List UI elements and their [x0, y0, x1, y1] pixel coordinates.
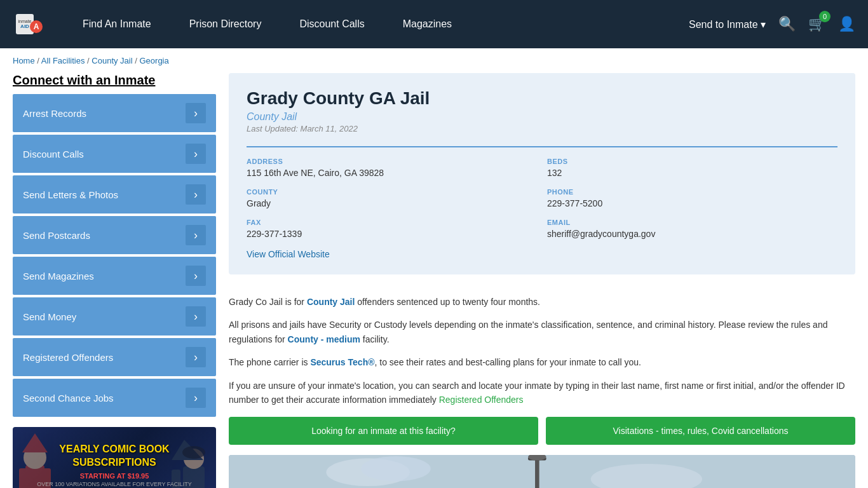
sidebar-item-second-chance-jobs[interactable]: Second Chance Jobs › [13, 379, 216, 417]
beds-label: BEDS [547, 158, 837, 165]
securus-link[interactable]: Securus Tech® [310, 357, 374, 367]
facility-updated: Last Updated: March 11, 2022 [247, 124, 837, 133]
phone-block: PHONE 229-377-5200 [547, 188, 837, 208]
sidebar-item-send-postcards[interactable]: Send Postcards › [13, 216, 216, 254]
visitations-button[interactable]: Visitations - times, rules, Covid cancel… [546, 417, 855, 445]
svg-point-22 [361, 456, 431, 481]
county-jail-link[interactable]: County Jail [307, 297, 355, 307]
breadcrumb-home[interactable]: Home [13, 56, 35, 65]
desc-4: If you are unsure of your inmate's locat… [229, 379, 855, 407]
email-value: sheriff@gradycountyga.gov [547, 229, 837, 239]
county-block: COUNTY Grady [247, 188, 537, 208]
svg-text:inmate: inmate [18, 19, 31, 24]
svg-rect-24 [535, 459, 539, 488]
facility-card: Grady County GA Jail County Jail Last Up… [229, 73, 855, 274]
svg-rect-17 [194, 470, 203, 488]
fax-label: FAX [247, 219, 537, 226]
cart-icon[interactable]: 🛒 0 [808, 16, 825, 32]
view-website-link[interactable]: View Official Website [247, 249, 330, 259]
address-block: ADDRESS 115 16th Ave NE, Cairo, GA 39828 [247, 158, 537, 178]
county-value: Grady [247, 198, 537, 208]
phone-value: 229-377-5200 [547, 198, 837, 208]
breadcrumb-county-jail[interactable]: County Jail [92, 56, 132, 65]
ad-subtitle: STARTING AT $19.95 [37, 472, 192, 480]
sidebar: Connect with an Inmate Arrest Records › … [13, 73, 216, 488]
nav-find-inmate[interactable]: Find An Inmate [64, 0, 170, 48]
desc-3: The phone carrier is Securus Tech®, to s… [229, 355, 855, 369]
registered-offenders-link[interactable]: Registered Offenders [439, 395, 524, 405]
sidebar-item-registered-offenders[interactable]: Registered Offenders › [13, 338, 216, 376]
facility-photo [229, 455, 855, 488]
search-icon[interactable]: 🔍 [778, 16, 796, 32]
sidebar-item-label: Second Chance Jobs [23, 393, 114, 403]
sidebar-item-send-magazines[interactable]: Send Magazines › [13, 257, 216, 295]
facility-title: Grady County GA Jail [247, 88, 837, 109]
sidebar-item-label: Discount Calls [23, 149, 84, 159]
sidebar-item-label: Send Letters & Photos [23, 189, 118, 200]
sidebar-item-send-letters[interactable]: Send Letters & Photos › [13, 175, 216, 214]
desc-1: Grady Co Jail is for County Jail offende… [229, 295, 855, 309]
arrow-icon: › [186, 388, 206, 408]
send-to-inmate-button[interactable]: Send to Inmate ▾ [689, 18, 766, 30]
breadcrumb-all-facilities[interactable]: All Facilities [41, 56, 85, 65]
email-block: EMAIL sheriff@gradycountyga.gov [547, 219, 837, 239]
header-right: Send to Inmate ▾ 🔍 🛒 0 👤 [689, 16, 855, 32]
sidebar-item-label: Send Postcards [23, 230, 90, 241]
address-label: ADDRESS [247, 158, 537, 165]
main-nav: Find An Inmate Prison Directory Discount… [64, 0, 689, 48]
sidebar-item-label: Send Magazines [23, 271, 94, 281]
sidebar-item-label: Send Money [23, 311, 76, 322]
sidebar-item-label: Arrest Records [23, 108, 86, 119]
svg-text:A: A [34, 22, 39, 31]
fax-value: 229-377-1339 [247, 229, 537, 239]
description-area: Grady Co Jail is for County Jail offende… [229, 285, 855, 455]
ad-detail: OVER 100 VARIATIONS AVAILABLE FOR EVERY … [37, 481, 192, 487]
arrow-icon: › [186, 184, 206, 205]
arrow-icon: › [186, 225, 206, 245]
arrow-icon: › [186, 144, 206, 164]
nav-prison-directory[interactable]: Prison Directory [170, 0, 281, 48]
connect-title: Connect with an Inmate [13, 73, 216, 88]
beds-value: 132 [547, 168, 837, 178]
breadcrumb: Home / All Facilities / County Jail / Ge… [0, 48, 868, 73]
find-inmate-button[interactable]: Looking for an inmate at this facility? [229, 417, 538, 445]
desc-2: All prisons and jails have Security or C… [229, 318, 855, 346]
logo[interactable]: A inmate AID [13, 8, 44, 40]
county-label: COUNTY [247, 188, 537, 196]
address-value: 115 16th Ave NE, Cairo, GA 39828 [247, 168, 537, 178]
county-medium-link[interactable]: County - medium [288, 334, 360, 344]
svg-text:AID: AID [20, 24, 29, 29]
arrow-icon: › [186, 306, 206, 327]
ad-banner[interactable]: YEARLY COMIC BOOKSUBSCRIPTIONS STARTING … [13, 427, 216, 488]
sidebar-item-arrest-records[interactable]: Arrest Records › [13, 94, 216, 132]
breadcrumb-georgia[interactable]: Georgia [139, 56, 168, 65]
beds-block: BEDS 132 [547, 158, 837, 178]
ad-content: YEARLY COMIC BOOKSUBSCRIPTIONS STARTING … [37, 443, 192, 487]
arrow-icon: › [186, 347, 206, 367]
main-content: Connect with an Inmate Arrest Records › … [0, 73, 868, 488]
action-buttons: Looking for an inmate at this facility? … [229, 417, 855, 445]
user-icon[interactable]: 👤 [838, 16, 855, 32]
nav-discount-calls[interactable]: Discount Calls [280, 0, 383, 48]
info-grid: ADDRESS 115 16th Ave NE, Cairo, GA 39828… [247, 146, 837, 239]
arrow-icon: › [186, 103, 206, 123]
sidebar-item-label: Registered Offenders [23, 352, 113, 363]
site-header: A inmate AID Find An Inmate Prison Direc… [0, 0, 868, 48]
sidebar-item-send-money[interactable]: Send Money › [13, 297, 216, 336]
cart-badge: 0 [819, 11, 831, 22]
ad-title: YEARLY COMIC BOOKSUBSCRIPTIONS [37, 443, 192, 470]
fax-block: FAX 229-377-1339 [247, 219, 537, 239]
nav-magazines[interactable]: Magazines [384, 0, 471, 48]
sidebar-item-discount-calls[interactable]: Discount Calls › [13, 135, 216, 173]
logo-icon: A inmate AID [13, 8, 44, 40]
svg-rect-10 [19, 468, 29, 488]
email-label: EMAIL [547, 219, 837, 226]
arrow-icon: › [186, 266, 206, 286]
content-area: Grady County GA Jail County Jail Last Up… [229, 73, 855, 488]
phone-label: PHONE [547, 188, 837, 196]
facility-type: County Jail [247, 111, 837, 123]
